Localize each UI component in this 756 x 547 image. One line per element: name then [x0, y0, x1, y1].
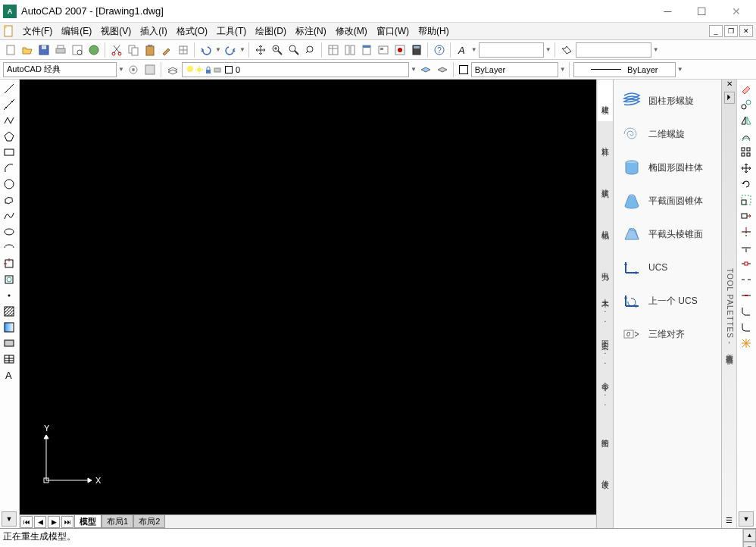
explode-tool[interactable]: [739, 336, 754, 351]
plot-button[interactable]: [53, 42, 68, 58]
region-tool[interactable]: [2, 336, 17, 351]
workspace-combo[interactable]: AutoCAD 经典: [3, 62, 117, 77]
palette-pin-icon[interactable]: ⏵: [724, 92, 735, 104]
point-tool[interactable]: [2, 288, 17, 303]
maximize-button[interactable]: ☐: [685, 1, 719, 22]
tab-last-button[interactable]: ⏭: [61, 516, 73, 528]
menu-tools[interactable]: 工具(T): [212, 23, 251, 39]
palette-item-pyramid-flat[interactable]: 平截头棱锥面: [618, 217, 717, 251]
menu-edit[interactable]: 编辑(E): [57, 23, 96, 39]
workspace-lock-button[interactable]: [142, 62, 158, 77]
menu-file[interactable]: 文件(F): [18, 23, 57, 39]
paste-button[interactable]: [142, 42, 158, 58]
palette-tab-modify[interactable]: 修改: [598, 455, 613, 496]
fillet-tool[interactable]: [739, 320, 754, 335]
break-at-point-tool[interactable]: [739, 256, 754, 271]
color-swatch[interactable]: [459, 65, 468, 74]
linetype-combo[interactable]: ByLayer: [573, 62, 676, 77]
stretch-tool[interactable]: [739, 208, 754, 223]
table-style-button[interactable]: [559, 42, 574, 58]
polyline-tool[interactable]: [2, 113, 17, 128]
rotate-tool[interactable]: [739, 177, 754, 192]
tab-model[interactable]: 模型: [74, 515, 102, 528]
save-button[interactable]: [36, 42, 52, 58]
mtext-tool[interactable]: A: [2, 367, 17, 383]
circle-tool[interactable]: [2, 177, 17, 192]
block-editor-button[interactable]: [176, 42, 191, 58]
palette-item-align-3d[interactable]: 0 三维对齐: [618, 317, 717, 351]
dim-style-combo[interactable]: [479, 42, 544, 58]
tab-first-button[interactable]: ⏮: [20, 516, 33, 528]
spline-tool[interactable]: [2, 208, 17, 223]
chamfer-tool[interactable]: [739, 304, 754, 319]
menu-format[interactable]: 格式(O): [172, 23, 212, 39]
new-button[interactable]: [3, 42, 18, 58]
drawing-area[interactable]: X Y: [20, 80, 596, 514]
palette-tab-mech[interactable]: 机械: [598, 205, 613, 246]
mirror-tool[interactable]: [739, 113, 754, 128]
minimize-button[interactable]: ─: [651, 1, 685, 22]
move-tool[interactable]: [739, 161, 754, 176]
plot-preview-button[interactable]: [70, 42, 85, 58]
tab-prev-button[interactable]: ◀: [34, 516, 46, 528]
layer-states-button[interactable]: [418, 62, 433, 77]
copy-button[interactable]: [126, 42, 141, 58]
menu-window[interactable]: 窗口(W): [372, 23, 414, 39]
ellipse-arc-tool[interactable]: [2, 240, 17, 255]
sheet-set-button[interactable]: [376, 42, 391, 58]
pan-button[interactable]: [253, 42, 268, 58]
match-props-button[interactable]: [159, 42, 174, 58]
palette-item-ellipse-cyl[interactable]: 椭圆形圆柱体: [618, 151, 717, 184]
quickcalc-button[interactable]: [409, 42, 424, 58]
help-button[interactable]: ?: [432, 42, 447, 58]
layer-previous-button[interactable]: [435, 62, 450, 77]
mdi-minimize-button[interactable]: _: [709, 25, 723, 37]
arc-tool[interactable]: [2, 161, 17, 176]
palette-item-ucs-prev[interactable]: 上一个 UCS: [618, 284, 717, 317]
menu-insert[interactable]: 插入(I): [136, 23, 171, 39]
redo-button[interactable]: [223, 42, 238, 58]
scroll-down-icon[interactable]: ▼: [2, 511, 17, 527]
palette-tab-draw[interactable]: 绘图: [598, 413, 613, 455]
layer-properties-button[interactable]: [165, 62, 180, 77]
trim-tool[interactable]: [739, 224, 754, 239]
publish-button[interactable]: [86, 42, 102, 58]
tab-layout2[interactable]: 布局2: [133, 515, 165, 528]
insert-block-tool[interactable]: [2, 256, 17, 271]
scale-tool[interactable]: [739, 192, 754, 208]
tab-layout1[interactable]: 布局1: [102, 515, 133, 528]
cut-button[interactable]: [109, 42, 124, 58]
workspace-settings-button[interactable]: [126, 62, 141, 77]
table-tool[interactable]: [2, 352, 17, 367]
text-style-button[interactable]: A: [455, 42, 470, 58]
palette-tab-elec[interactable]: 电力: [598, 246, 613, 288]
revision-cloud-tool[interactable]: [2, 192, 17, 208]
close-button[interactable]: ✕: [719, 1, 753, 22]
construction-line-tool[interactable]: [2, 97, 17, 112]
gradient-tool[interactable]: [2, 320, 17, 335]
menu-modify[interactable]: 修改(M): [331, 23, 372, 39]
palette-tab-pattern[interactable]: 图案...: [598, 330, 613, 371]
mdi-close-button[interactable]: ✕: [739, 25, 753, 37]
zoom-window-button[interactable]: [286, 42, 301, 58]
color-combo[interactable]: ByLayer: [471, 62, 558, 77]
line-tool[interactable]: [2, 81, 17, 96]
hatch-tool[interactable]: [2, 304, 17, 319]
zoom-realtime-button[interactable]: [270, 42, 285, 58]
markup-button[interactable]: [392, 42, 408, 58]
palette-close-icon[interactable]: ✕: [726, 80, 733, 92]
extend-tool[interactable]: [739, 240, 754, 255]
tab-next-button[interactable]: ▶: [48, 516, 60, 528]
tool-palettes-button[interactable]: [359, 42, 374, 58]
properties-button[interactable]: [326, 42, 341, 58]
palette-tab-modeling[interactable]: 建模: [598, 80, 613, 121]
palette-title-bar[interactable]: ✕ ⏵ TOOL PALETTES - 所有选项板 ☰: [721, 80, 736, 528]
cmd-scroll-down[interactable]: ▼: [743, 542, 756, 547]
undo-button[interactable]: [198, 42, 214, 58]
menu-help[interactable]: 帮助(H): [414, 23, 454, 39]
array-tool[interactable]: [739, 145, 754, 160]
palette-item-cone-flat[interactable]: 平截面圆锥体: [618, 184, 717, 217]
palette-tab-annotate[interactable]: 注释: [598, 121, 613, 163]
palette-item-helix-2d[interactable]: 二维螺旋: [618, 117, 717, 151]
palette-item-ucs[interactable]: UCS: [618, 251, 717, 284]
